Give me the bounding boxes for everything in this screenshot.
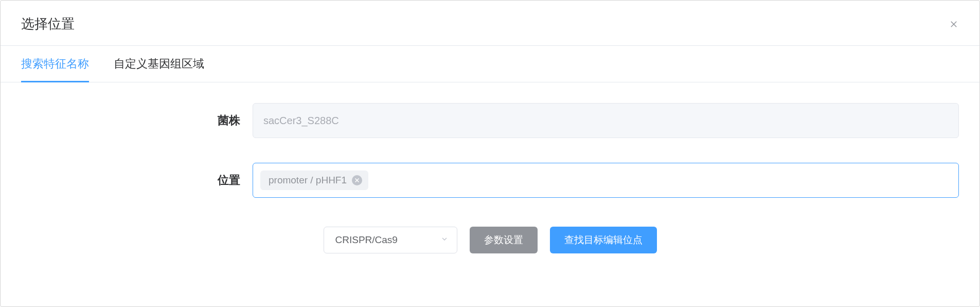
tabs-container: 搜索特征名称 自定义基因组区域: [1, 46, 979, 82]
modal-header: 选择位置: [1, 1, 979, 46]
strain-label: 菌株: [21, 113, 253, 128]
position-input[interactable]: promoter / pHHF1: [253, 163, 959, 198]
method-select[interactable]: CRISPR/Cas9: [324, 227, 457, 253]
tag-remove-icon[interactable]: [352, 175, 362, 185]
position-row: 位置 promoter / pHHF1: [21, 163, 959, 198]
tab-search-feature[interactable]: 搜索特征名称: [21, 46, 89, 82]
params-button[interactable]: 参数设置: [470, 227, 538, 253]
strain-input: sacCer3_S288C: [253, 103, 959, 138]
close-icon[interactable]: [949, 19, 959, 29]
search-targets-button[interactable]: 查找目标编辑位点: [550, 227, 657, 253]
position-tag: promoter / pHHF1: [260, 170, 368, 190]
actions-row: CRISPR/Cas9 参数设置 查找目标编辑位点: [21, 223, 959, 253]
select-position-modal: 选择位置 搜索特征名称 自定义基因组区域 菌株 sacCer3_S288C 位置: [0, 0, 980, 307]
strain-row: 菌株 sacCer3_S288C: [21, 103, 959, 138]
position-control: promoter / pHHF1: [253, 163, 959, 198]
form-section: 菌株 sacCer3_S288C 位置 promoter / pHHF1: [1, 82, 979, 253]
strain-control: sacCer3_S288C: [253, 103, 959, 138]
chevron-down-icon: [440, 234, 449, 246]
method-select-value: CRISPR/Cas9: [335, 234, 398, 246]
tab-custom-region[interactable]: 自定义基因组区域: [114, 46, 204, 82]
tag-text: promoter / pHHF1: [269, 175, 347, 186]
modal-title: 选择位置: [21, 15, 75, 33]
position-label: 位置: [21, 173, 253, 188]
